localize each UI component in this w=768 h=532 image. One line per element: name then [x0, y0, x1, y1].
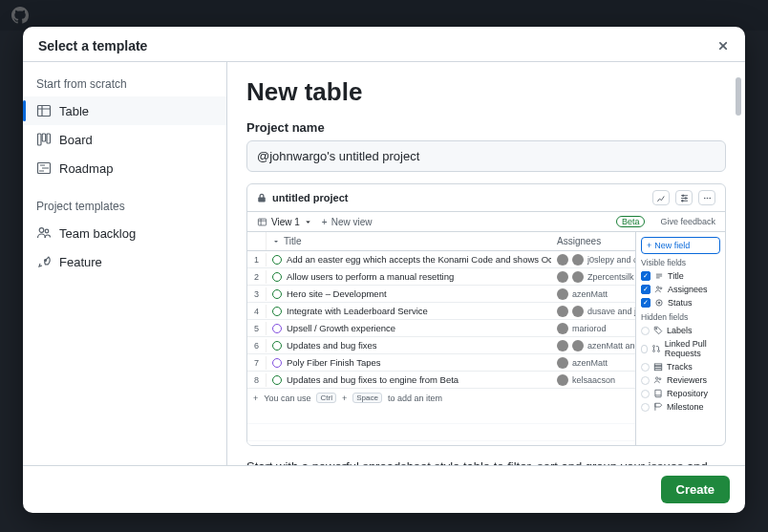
avatar: [572, 306, 584, 317]
new-view-label: New view: [331, 217, 373, 227]
row-title: Poly Fiber Finish Tapes: [287, 357, 381, 368]
row-title-cell: Allow users to perform a manual resettin…: [267, 269, 551, 284]
field-type-icon: [653, 375, 663, 385]
field-row-assignees[interactable]: ✓Assignees: [641, 283, 720, 296]
field-label: Repository: [667, 389, 708, 398]
avatar: [572, 254, 584, 266]
view-tab-1[interactable]: View 1: [257, 217, 312, 227]
row-number: 7: [247, 356, 267, 370]
row-title: Updates and bug fixes: [287, 340, 377, 351]
settings-button[interactable]: [675, 190, 693, 205]
checkbox-checked-icon: ✓: [641, 285, 651, 294]
sidebar-item-label: Feature: [59, 255, 102, 269]
add-item-row[interactable]: + You can use Ctrl + Space to add an ite…: [247, 389, 635, 407]
new-view-button[interactable]: + New view: [322, 217, 373, 227]
close-button[interactable]: [716, 39, 730, 53]
issue-status-icon: [272, 289, 282, 299]
avatar: [572, 271, 584, 283]
avatar: [557, 306, 568, 317]
checkbox-checked-icon: ✓: [641, 271, 651, 281]
field-label: Title: [668, 271, 684, 281]
hidden-fields-label: Hidden fields: [641, 312, 720, 322]
field-label: Labels: [667, 326, 693, 335]
field-row-labels[interactable]: Labels: [641, 324, 720, 337]
row-assignees-cell: azenMatt: [551, 287, 635, 302]
more-button[interactable]: [698, 190, 715, 205]
kbd-space: Space: [352, 393, 382, 403]
row-title: Updates and bug fixes to engine from Bet…: [287, 374, 459, 385]
svg-point-11: [45, 229, 49, 233]
sidebar-item-board[interactable]: Board: [23, 125, 226, 154]
board-icon: [36, 132, 52, 147]
table-row[interactable]: 8Updates and bug fixes to engine from Be…: [247, 372, 635, 389]
rocket-icon: [36, 254, 52, 269]
svg-rect-38: [654, 369, 662, 371]
svg-point-35: [657, 351, 659, 352]
project-name-input[interactable]: [246, 140, 726, 172]
table-row[interactable]: 1Add an easter egg which accepts the Kon…: [247, 251, 635, 268]
table-icon: [257, 217, 267, 227]
sidebar-item-label: Roadmap: [59, 161, 113, 176]
template-description: Start with a powerful spreadsheet style …: [246, 458, 726, 465]
field-row-repository[interactable]: Repository: [641, 387, 720, 400]
avatar: [557, 357, 568, 369]
plus-icon: +: [647, 241, 651, 250]
row-title: Add an easter egg which accepts the Kona…: [287, 254, 551, 265]
sliders-icon: [679, 193, 690, 203]
sidebar-item-table[interactable]: Table: [23, 96, 226, 125]
row-assignees-cell: dusave and jclem: [551, 304, 635, 319]
table-row[interactable]: 2Allow users to perform a manual resetti…: [247, 268, 635, 286]
view-tab-label: View 1: [271, 217, 300, 227]
feedback-link[interactable]: Give feedback: [660, 217, 715, 226]
people-icon: [36, 225, 52, 241]
sidebar-item-label: Table: [59, 104, 89, 118]
row-title-cell: Updates and bug fixes: [267, 338, 551, 352]
row-number: 3: [247, 287, 267, 301]
sidebar-section-scratch: Start from scratch: [23, 74, 226, 96]
assignee-text: Zpercentsilk and: [587, 272, 635, 282]
create-button[interactable]: Create: [661, 476, 730, 503]
row-assignees-cell: j0slepy and omar: [551, 252, 635, 267]
sidebar-item-feature[interactable]: Feature: [23, 247, 226, 276]
table-row[interactable]: 3Hero site – DevelopmentazenMatt: [247, 286, 635, 303]
field-type-icon: [654, 298, 664, 308]
field-row-milestone[interactable]: Milestone: [641, 400, 720, 414]
add-hint-plus: +: [342, 394, 347, 403]
scrollbar-thumb[interactable]: [736, 77, 741, 116]
visible-fields-label: Visible fields: [641, 258, 720, 267]
field-row-title[interactable]: ✓Title: [641, 269, 720, 283]
field-row-linked-pull-requests[interactable]: Linked Pull Requests: [641, 337, 720, 360]
new-field-button[interactable]: + New field: [641, 237, 720, 254]
svg-rect-36: [654, 364, 662, 366]
row-title: Hero site – Development: [287, 288, 387, 299]
svg-point-21: [709, 197, 711, 199]
table-row[interactable]: 5Upsell / Growth experiencemariorod: [247, 320, 635, 337]
avatar: [557, 254, 568, 266]
svg-point-33: [652, 346, 654, 348]
row-number: 2: [247, 270, 267, 284]
avatar: [557, 374, 568, 386]
checkbox-unchecked-icon: [641, 345, 648, 353]
svg-point-10: [39, 228, 44, 233]
field-row-status[interactable]: ✓Status: [641, 296, 720, 309]
checkbox-unchecked-icon: [641, 327, 650, 335]
field-row-tracks[interactable]: Tracks: [641, 360, 720, 373]
checkbox-unchecked-icon: [641, 376, 650, 385]
issue-status-icon: [272, 272, 282, 282]
field-type-icon: [651, 344, 661, 353]
table-row[interactable]: 7Poly Fiber Finish TapesazenMatt: [247, 354, 635, 372]
insights-button[interactable]: [652, 190, 670, 205]
svg-rect-37: [654, 366, 662, 368]
sidebar-section-templates: Project templates: [23, 196, 226, 219]
table-row[interactable]: 6Updates and bug fixesazenMatt and j0s: [247, 337, 635, 354]
field-row-reviewers[interactable]: Reviewers: [641, 373, 720, 387]
table-row[interactable]: 4Integrate with Leaderboard Servicedusav…: [247, 303, 635, 320]
graph-icon: [656, 193, 667, 203]
issue-status-icon: [272, 375, 282, 385]
svg-point-39: [656, 377, 659, 380]
sidebar-item-label: Board: [59, 133, 93, 147]
svg-point-17: [685, 197, 687, 199]
sidebar-item-team-backlog[interactable]: Team backlog: [23, 219, 226, 247]
svg-point-28: [657, 287, 660, 289]
sidebar-item-roadmap[interactable]: Roadmap: [23, 154, 226, 182]
